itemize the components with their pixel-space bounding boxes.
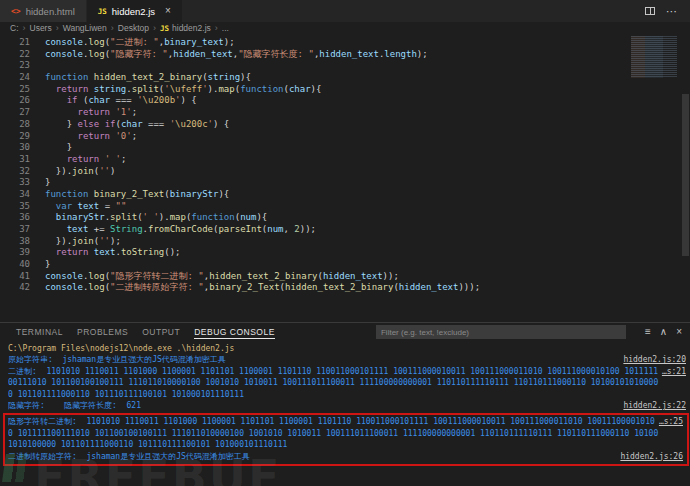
breadcrumb-label: C: — [10, 23, 19, 33]
line-number[interactable]: 27 — [0, 107, 30, 119]
code-line[interactable]: 21console.log("二进制: ",binary_text); — [0, 37, 690, 49]
code-line[interactable]: 24function hidden_text_2_binary(string){ — [0, 72, 690, 84]
minimap[interactable] — [631, 36, 677, 78]
line-number[interactable]: 39 — [0, 247, 30, 259]
panel-tab-output[interactable]: OUTPUT — [142, 325, 180, 339]
breadcrumb-item[interactable]: ... — [222, 23, 229, 33]
line-number[interactable]: 21 — [0, 37, 30, 49]
editor[interactable]: 21console.log("二进制: ",binary_text);22con… — [0, 34, 690, 322]
code-line[interactable]: 22console.log("隐藏字符: ",hidden_text,"隐藏字符… — [0, 49, 690, 61]
debug-console-output: C:\Program Files\nodejs12\node.exe .\hid… — [0, 341, 690, 466]
source-link[interactable]: …s:25 — [659, 416, 683, 427]
source-link[interactable]: …s:21 — [662, 366, 686, 377]
tab-hidden2.js[interactable]: JShidden2.js× — [87, 0, 183, 22]
line-number[interactable]: 28 — [0, 119, 30, 131]
code-line[interactable]: 25 return string.split('\ufeff').map(fun… — [0, 84, 690, 96]
panel-tab-problems[interactable]: PROBLEMS — [77, 325, 128, 339]
line-number[interactable]: 23 — [0, 60, 30, 72]
console-line: 0 101111100111010 101100100100111 111011… — [8, 428, 687, 439]
code-text: function hidden_text_2_binary(string){ — [45, 72, 251, 84]
line-number[interactable]: 40 — [0, 259, 30, 271]
source-link[interactable]: hidden2.js:26 — [620, 451, 683, 462]
html-file-icon: <> — [11, 7, 21, 16]
code-line[interactable]: 37 text += String.fromCharCode(parseInt(… — [0, 224, 690, 236]
line-number[interactable]: 35 — [0, 201, 30, 213]
panel-header: TERMINALPROBLEMSOUTPUTDEBUG CONSOLE ≡ ∧ … — [0, 323, 690, 341]
code-text: return '1'; — [45, 107, 137, 119]
line-number[interactable]: 33 — [0, 177, 30, 189]
code-text: }).join(''); — [45, 236, 121, 248]
code-text: console.log("二进制转原始字符: ",binary_2_Text(h… — [45, 282, 480, 294]
breadcrumb-separator-icon: › — [215, 23, 218, 33]
close-tab-icon[interactable]: × — [165, 6, 171, 16]
code-text: return ' '; — [45, 154, 126, 166]
code-line[interactable]: 33} — [0, 177, 690, 189]
line-number[interactable]: 36 — [0, 212, 30, 224]
line-number[interactable]: 29 — [0, 131, 30, 143]
code-text: console.log("隐藏字符: ",hidden_text,"隐藏字符长度… — [45, 49, 428, 61]
code-line[interactable]: 41console.log("隐形字符转二进制: ",hidden_text_2… — [0, 271, 690, 283]
line-number[interactable]: 32 — [0, 166, 30, 178]
filter-input[interactable] — [376, 325, 626, 339]
code-line[interactable]: 32 }).join('') — [0, 166, 690, 178]
code-line[interactable]: 27 return '1'; — [0, 107, 690, 119]
panel-tab-terminal[interactable]: TERMINAL — [16, 325, 63, 339]
line-number[interactable]: 34 — [0, 189, 30, 201]
code-text: var text = "" — [45, 201, 126, 213]
code-line[interactable]: 35 var text = "" — [0, 201, 690, 213]
code-line[interactable]: 26 if (char === '\u200b') { — [0, 95, 690, 107]
breadcrumb-separator-icon: › — [111, 23, 114, 33]
line-number[interactable]: 25 — [0, 84, 30, 96]
source-link[interactable]: hidden2.js:20 — [623, 354, 686, 365]
code-text: } — [45, 259, 50, 271]
line-number[interactable]: 42 — [0, 282, 30, 294]
line-number[interactable]: 31 — [0, 154, 30, 166]
breadcrumb-item[interactable]: Users — [30, 23, 52, 33]
editor-group-actions: ⋯ — [645, 0, 690, 22]
code-line[interactable]: 30 } — [0, 142, 690, 154]
code-line[interactable]: 28 } else if(char === '\u200c') { — [0, 119, 690, 131]
bottom-panel: TERMINALPROBLEMSOUTPUTDEBUG CONSOLE ≡ ∧ … — [0, 322, 690, 486]
console-entry: 隐形字符转二进制: 1101010 1110011 1101000 110000… — [8, 416, 687, 450]
code-text: text += String.fromCharCode(parseInt(num… — [45, 224, 316, 236]
js-file-icon: JS — [98, 7, 107, 16]
line-number[interactable]: 38 — [0, 236, 30, 248]
breadcrumb-item[interactable]: WangLiwen — [63, 23, 107, 33]
line-number[interactable]: 22 — [0, 49, 30, 61]
maximize-panel-icon[interactable]: ∧ — [660, 327, 667, 337]
line-number[interactable]: 37 — [0, 224, 30, 236]
breadcrumb-item[interactable]: Desktop — [118, 23, 149, 33]
line-number[interactable]: 26 — [0, 95, 30, 107]
console-entry: 二进制转原始字符: jshaman是专业且强大的JS代码混淆加密工具hidden… — [8, 451, 687, 462]
output-actions-icon[interactable]: ≡ — [645, 327, 651, 337]
code-text: } else if(char === '\u200c') { — [45, 119, 229, 131]
code-line[interactable]: 34function binary_2_Text(binaryStr){ — [0, 189, 690, 201]
tab-hidden.html[interactable]: <>hidden.html — [0, 0, 87, 22]
close-panel-icon[interactable]: × — [676, 327, 682, 337]
console-entry: 原始字符串: jshaman是专业且强大的JS代码混淆加密工具hidden2.j… — [8, 354, 690, 365]
code-text: return '0'; — [45, 131, 137, 143]
line-number[interactable]: 30 — [0, 142, 30, 154]
code-line[interactable]: 39 return text.toString(); — [0, 247, 690, 259]
tab-label: hidden.html — [26, 6, 75, 17]
code-line[interactable]: 31 return ' '; — [0, 154, 690, 166]
code-line[interactable]: 29 return '0'; — [0, 131, 690, 143]
breadcrumb-item[interactable]: JShidden2.js — [160, 23, 211, 33]
editor-scrollbar[interactable] — [682, 94, 689, 256]
code-line[interactable]: 42console.log("二进制转原始字符: ",binary_2_Text… — [0, 282, 690, 294]
line-number[interactable]: 41 — [0, 271, 30, 283]
code-line[interactable]: 23 — [0, 60, 690, 72]
code-line[interactable]: 38 }).join(''); — [0, 236, 690, 248]
code-line[interactable]: 40} — [0, 259, 690, 271]
breadcrumb-item[interactable]: C: — [10, 23, 19, 33]
annotation-box: 隐形字符转二进制: 1101010 1110011 1101000 110000… — [3, 413, 689, 466]
panel-tab-debug-console[interactable]: DEBUG CONSOLE — [194, 325, 275, 339]
more-actions-icon[interactable]: ⋯ — [666, 5, 678, 18]
source-link[interactable]: hidden2.js:22 — [623, 400, 686, 411]
console-entry: 隐藏字符: 隐藏字符长度: 621hidden2.js:22 — [8, 400, 690, 411]
code-line[interactable]: 36 binaryStr.split(' ').map(function(num… — [0, 212, 690, 224]
console-line: 1010100000 101101111000110 1011101111001… — [8, 439, 687, 450]
breadcrumb-label: Users — [30, 23, 52, 33]
line-number[interactable]: 24 — [0, 72, 30, 84]
split-editor-icon[interactable] — [645, 7, 655, 15]
